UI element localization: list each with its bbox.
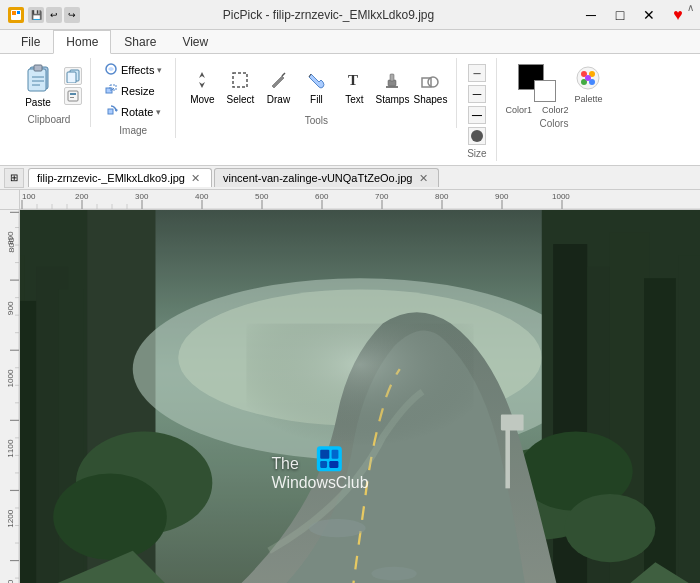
svg-rect-2 — [17, 11, 20, 14]
paste-button[interactable]: Paste — [16, 60, 60, 111]
svg-marker-20 — [199, 72, 205, 88]
svg-rect-1 — [12, 11, 16, 15]
ruler-h-svg: 100 200 300 400 500 600 700 800 — [20, 190, 700, 210]
quick-access-toolbar[interactable]: 💾 ↩ ↪ — [28, 7, 80, 23]
paste-label: Paste — [25, 97, 51, 108]
svg-text:900: 900 — [7, 302, 15, 316]
tab1-close-icon[interactable]: ✕ — [189, 171, 203, 185]
select-label: Select — [227, 94, 255, 105]
canvas-image: The WindowsClub — [20, 210, 700, 583]
svg-text:300: 300 — [135, 192, 149, 201]
tab-file[interactable]: File — [8, 30, 53, 54]
canvas-main[interactable]: The WindowsClub — [20, 210, 700, 583]
tab2-label: vincent-van-zalinge-vUNQaTtZeOo.jpg — [223, 172, 413, 184]
copy-button[interactable] — [64, 67, 82, 85]
redo-quick-btn[interactable]: ↪ — [64, 7, 80, 23]
text-label: Text — [345, 94, 363, 105]
text-tool-button[interactable]: T Text — [336, 60, 372, 112]
tab-image-1[interactable]: filip-zrnzevic-_EMlkxLdko9.jpg ✕ — [28, 168, 212, 187]
effects-icon — [104, 62, 118, 78]
svg-text:The: The — [271, 455, 299, 472]
tab-view[interactable]: View — [169, 30, 221, 54]
main-area: ⊞ filip-zrnzevic-_EMlkxLdko9.jpg ✕ vince… — [0, 166, 700, 583]
svg-text:1100: 1100 — [7, 440, 15, 458]
draw-tool-button[interactable]: Draw — [260, 60, 296, 112]
svg-rect-11 — [68, 91, 78, 101]
palette-label: Palette — [574, 94, 602, 104]
rotate-label: Rotate — [121, 106, 153, 118]
size-label: Size — [457, 146, 496, 159]
fill-tool-button[interactable]: Fill — [298, 60, 334, 112]
resize-button[interactable]: Resize — [99, 81, 167, 101]
svg-rect-69 — [20, 190, 700, 210]
tab1-label: filip-zrnzevic-_EMlkxLdko9.jpg — [37, 172, 185, 184]
image-group-content: Effects ▾ Resize Rotate ▾ — [99, 60, 167, 122]
close-button[interactable]: ✕ — [635, 1, 663, 29]
ribbon-tabs: File Home Share View ∧ — [0, 30, 700, 54]
tools-group: Move Select Draw — [176, 58, 457, 128]
svg-text:WindowsClub: WindowsClub — [271, 474, 368, 491]
svg-rect-122 — [246, 324, 473, 460]
svg-text:800: 800 — [7, 231, 15, 245]
save-quick-btn[interactable]: 💾 — [28, 7, 44, 23]
ribbon-content: Paste Clipboard Effects — [0, 54, 700, 165]
tab-home[interactable]: Home — [53, 30, 111, 54]
undo-quick-btn[interactable]: ↩ — [46, 7, 62, 23]
svg-point-35 — [585, 75, 591, 81]
stamps-tool-button[interactable]: Stamps — [374, 60, 410, 112]
shapes-icon — [418, 68, 442, 92]
rotate-arrow-icon: ▾ — [156, 107, 161, 117]
tools-label: Tools — [176, 113, 456, 126]
svg-rect-12 — [70, 93, 76, 95]
rotate-button[interactable]: Rotate ▾ — [99, 102, 167, 122]
svg-rect-124 — [501, 415, 524, 431]
text-icon: T — [342, 68, 366, 92]
window-controls[interactable]: ─ □ ✕ ♥ — [577, 1, 692, 29]
svg-rect-5 — [34, 65, 42, 71]
size-option-3[interactable]: ─ — [468, 106, 486, 124]
horizontal-ruler: 100 200 300 400 500 600 700 800 — [20, 190, 700, 210]
tab-bar: ⊞ filip-zrnzevic-_EMlkxLdko9.jpg ✕ vince… — [0, 166, 700, 190]
svg-rect-128 — [320, 450, 329, 459]
shapes-tool-button[interactable]: Shapes — [412, 60, 448, 112]
title-bar: 💾 ↩ ↪ PicPick - filip-zrnzevic-_EMlkxLdk… — [0, 0, 700, 30]
stamps-label: Stamps — [375, 94, 409, 105]
minimize-button[interactable]: ─ — [577, 1, 605, 29]
ribbon-collapse-icon[interactable]: ∧ — [687, 2, 694, 13]
svg-rect-4 — [28, 69, 46, 91]
svg-text:100: 100 — [22, 192, 36, 201]
tab-share[interactable]: Share — [111, 30, 169, 54]
color1-label: Color1 — [505, 105, 532, 115]
maximize-button[interactable]: □ — [606, 1, 634, 29]
effects-button[interactable]: Effects ▾ — [99, 60, 167, 80]
tab2-close-icon[interactable]: ✕ — [416, 171, 430, 185]
resize-label: Resize — [121, 85, 155, 97]
color2-swatch[interactable] — [534, 80, 556, 102]
size-group: ─ ─ ─ Size — [457, 58, 497, 161]
tab-image-2[interactable]: vincent-van-zalinge-vUNQaTtZeOo.jpg ✕ — [214, 168, 440, 187]
effects-arrow-icon: ▾ — [157, 65, 162, 75]
svg-text:700: 700 — [375, 192, 389, 201]
copy-format-button[interactable] — [64, 87, 82, 105]
resize-icon — [104, 83, 118, 99]
svg-rect-26 — [390, 74, 394, 81]
svg-text:400: 400 — [195, 192, 209, 201]
size-option-1[interactable]: ─ — [468, 64, 486, 82]
tab-switcher-button[interactable]: ⊞ — [4, 168, 24, 188]
size-option-4[interactable] — [468, 127, 486, 145]
svg-text:1000: 1000 — [552, 192, 570, 201]
move-tool-button[interactable]: Move — [184, 60, 220, 112]
rotate-icon — [104, 104, 118, 120]
size-option-2[interactable]: ─ — [468, 85, 486, 103]
svg-text:1200: 1200 — [7, 510, 15, 528]
fill-label: Fill — [310, 94, 323, 105]
svg-rect-129 — [332, 450, 339, 459]
palette-button[interactable]: Palette — [574, 64, 602, 104]
svg-rect-21 — [233, 73, 247, 87]
ruler-left-col: 800 — [0, 190, 20, 583]
svg-rect-131 — [329, 461, 338, 468]
select-tool-button[interactable]: Select — [222, 60, 258, 112]
tools-row: Move Select Draw — [184, 60, 448, 112]
stamps-icon — [380, 68, 404, 92]
colors-group: Color1 Color2 Palette Color — [497, 58, 610, 131]
